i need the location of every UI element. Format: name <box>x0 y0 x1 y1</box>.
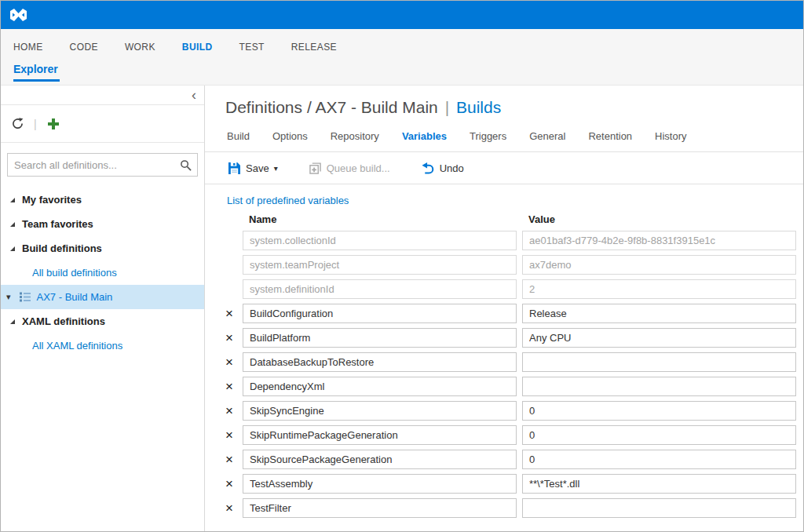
variable-value-input[interactable] <box>522 352 796 372</box>
variable-name-input[interactable] <box>243 425 517 445</box>
delete-variable-icon[interactable]: × <box>225 477 243 490</box>
tab-triggers[interactable]: Triggers <box>470 130 506 148</box>
value-column-header: Value <box>522 213 796 225</box>
hub-navigation-band: HOMECODEWORKBUILDTESTRELEASE Explorer <box>1 29 803 86</box>
predefined-variables-link[interactable]: List of predefined variables <box>227 195 803 206</box>
search-input[interactable] <box>7 153 198 177</box>
sub-navigation: Explorer <box>1 53 803 82</box>
tab-retention[interactable]: Retention <box>588 130 632 148</box>
item-context-caret-icon[interactable]: ▾ <box>6 292 11 302</box>
delete-variable-icon[interactable]: × <box>225 404 243 417</box>
tree-group-build-definitions[interactable]: Build definitions <box>1 236 204 261</box>
variables-rows: ××××××××× <box>225 231 796 518</box>
collapse-sidebar-icon[interactable]: ‹ <box>192 88 196 102</box>
delete-variable-icon[interactable]: × <box>225 453 243 466</box>
tree-item-label: Team favorites <box>22 218 93 230</box>
save-label: Save <box>246 162 269 174</box>
expander-icon[interactable] <box>10 222 15 227</box>
variable-name-input[interactable] <box>243 474 517 494</box>
queue-build-icon <box>309 162 321 174</box>
variable-row-skipsourcepackagegeneration: × <box>225 450 796 469</box>
variable-row-testfilter: × <box>225 498 796 518</box>
nav-item-work[interactable]: WORK <box>125 42 155 53</box>
builds-link[interactable]: Builds <box>456 98 501 116</box>
variable-value-input[interactable] <box>522 498 796 518</box>
tab-variables[interactable]: Variables <box>402 130 447 148</box>
variable-value-input <box>522 279 796 299</box>
search-box <box>7 153 198 177</box>
queue-build-button[interactable]: Queue build... <box>309 162 390 174</box>
hub-navigation: HOMECODEWORKBUILDTESTRELEASE <box>1 29 803 53</box>
variable-name-input[interactable] <box>243 498 517 518</box>
nav-item-test[interactable]: TEST <box>239 42 265 53</box>
build-definition-icon <box>20 292 31 302</box>
tree-item-label: All XAML definitions <box>32 340 122 352</box>
undo-icon <box>422 162 434 174</box>
search-icon[interactable] <box>180 159 192 171</box>
delete-variable-icon[interactable]: × <box>225 355 243 369</box>
tree-item-label: Build definitions <box>22 242 102 254</box>
variable-value-input[interactable] <box>522 450 796 469</box>
variable-value-input[interactable] <box>522 401 796 421</box>
variable-name-input[interactable] <box>243 450 517 469</box>
variable-name-input[interactable] <box>243 377 517 396</box>
variable-name-input[interactable] <box>243 304 517 323</box>
delete-variable-icon[interactable]: × <box>225 380 243 393</box>
variable-value-input <box>522 231 796 250</box>
save-dropdown-caret-icon[interactable]: ▾ <box>274 164 278 173</box>
app-window: HOMECODEWORKBUILDTESTRELEASE Explorer ‹ … <box>0 0 804 532</box>
tab-general[interactable]: General <box>529 130 565 148</box>
variable-value-input[interactable] <box>522 425 796 445</box>
variable-name-input <box>243 279 517 299</box>
tree-item-all-build-definitions[interactable]: All build definitions <box>1 261 204 285</box>
nav-item-release[interactable]: RELEASE <box>291 42 337 53</box>
variable-name-input <box>243 231 517 250</box>
tree-group-xaml-definitions[interactable]: XAML definitions <box>1 309 204 333</box>
queue-build-label: Queue build... <box>327 162 390 174</box>
tree-group-team-favorites[interactable]: Team favorites <box>1 212 204 236</box>
variable-value-input[interactable] <box>522 304 796 323</box>
breadcrumb-separator: | <box>445 98 449 116</box>
nav-item-build[interactable]: BUILD <box>182 42 213 53</box>
sidebar-collapse-row: ‹ <box>1 86 204 105</box>
visual-studio-logo-icon[interactable] <box>9 9 28 21</box>
variable-row-skipruntimepackagegeneration: × <box>225 425 796 445</box>
tree-item-label: AX7 - Build Main <box>37 291 113 303</box>
save-button[interactable]: Save ▾ <box>228 162 278 174</box>
variable-row-buildplatform: × <box>225 328 796 348</box>
variable-name-input[interactable] <box>243 352 517 372</box>
delete-variable-icon[interactable]: × <box>225 307 243 320</box>
delete-variable-icon[interactable]: × <box>225 428 243 442</box>
tab-options[interactable]: Options <box>272 130 308 148</box>
definition-tabs: BuildOptionsRepositoryVariablesTriggersG… <box>205 117 803 148</box>
variable-value-input[interactable] <box>522 474 796 494</box>
tab-explorer[interactable]: Explorer <box>13 63 60 82</box>
variable-row-databasebackuptorestore: × <box>225 352 796 372</box>
delete-variable-icon[interactable]: × <box>225 331 243 344</box>
main-panel: Definitions / AX7 - Build Main | Builds … <box>205 86 803 531</box>
tab-repository[interactable]: Repository <box>331 130 379 148</box>
tab-build[interactable]: Build <box>227 130 250 148</box>
variable-row-system-collectionid <box>225 231 796 250</box>
tree-item-all-xaml-definitions[interactable]: All XAML definitions <box>1 333 204 358</box>
page-title: Definitions / AX7 - Build Main | Builds <box>205 86 803 117</box>
delete-variable-icon[interactable]: × <box>225 501 243 515</box>
add-definition-icon[interactable] <box>47 118 60 130</box>
undo-label: Undo <box>440 162 464 174</box>
tree-item-ax7-build-main[interactable]: ▾AX7 - Build Main <box>1 285 204 309</box>
tree-group-my-favorites[interactable]: My favorites <box>1 188 204 212</box>
refresh-icon[interactable] <box>12 118 24 129</box>
expander-icon[interactable] <box>10 319 15 324</box>
nav-item-code[interactable]: CODE <box>70 42 98 53</box>
variable-value-input[interactable] <box>522 328 796 348</box>
expander-icon[interactable] <box>10 246 15 251</box>
undo-button[interactable]: Undo <box>422 162 464 174</box>
tab-history[interactable]: History <box>655 130 686 148</box>
variable-value-input[interactable] <box>522 377 796 396</box>
breadcrumb-path: Definitions / AX7 - Build Main <box>225 98 438 116</box>
nav-item-home[interactable]: HOME <box>13 42 43 53</box>
variable-name-input <box>243 255 517 275</box>
expander-icon[interactable] <box>10 198 15 202</box>
variable-name-input[interactable] <box>243 401 517 421</box>
variable-name-input[interactable] <box>243 328 517 348</box>
